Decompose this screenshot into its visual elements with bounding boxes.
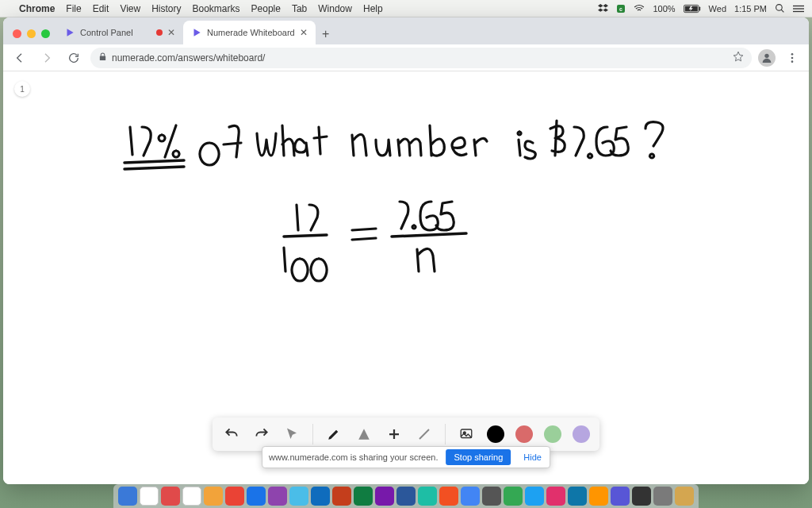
dock-app-icon[interactable] xyxy=(504,487,523,506)
menu-edit[interactable]: Edit xyxy=(93,3,109,14)
profile-avatar-icon[interactable] xyxy=(758,49,776,67)
forward-button[interactable] xyxy=(36,48,57,68)
menu-history[interactable]: History xyxy=(151,3,181,14)
tab-favicon xyxy=(191,27,202,38)
chrome-menu-icon[interactable] xyxy=(782,48,802,68)
svg-line-6 xyxy=(781,10,783,12)
dock-app-icon[interactable] xyxy=(482,487,501,506)
new-tab-button[interactable]: + xyxy=(316,24,336,44)
svg-point-11 xyxy=(791,53,794,56)
url-input[interactable]: numerade.com/answers/whiteboard/ xyxy=(90,48,752,68)
menu-people[interactable]: People xyxy=(251,3,281,14)
lock-icon xyxy=(98,52,107,64)
dock-app-icon[interactable] xyxy=(289,487,308,506)
add-tool-icon[interactable] xyxy=(385,425,404,444)
pointer-tool-icon[interactable] xyxy=(282,425,301,444)
menu-file[interactable]: File xyxy=(66,3,81,14)
window-controls xyxy=(10,29,56,44)
svg-point-12 xyxy=(791,56,794,59)
dock-app-icon[interactable] xyxy=(568,487,587,506)
dock-app-icon[interactable] xyxy=(204,487,223,506)
dock-app-icon[interactable] xyxy=(525,487,544,506)
dock-app-icon[interactable] xyxy=(140,487,159,506)
hide-share-bar-button[interactable]: Hide xyxy=(519,452,546,462)
app-menu[interactable]: Chrome xyxy=(19,3,55,14)
tab-title: Numerade Whiteboard xyxy=(207,28,295,37)
window-maximize-button[interactable] xyxy=(41,29,50,38)
color-swatch-black[interactable] xyxy=(487,425,504,443)
shape-tool-icon[interactable] xyxy=(354,425,373,444)
dock-app-icon[interactable] xyxy=(546,487,565,506)
dock-app-icon[interactable] xyxy=(375,487,394,506)
dock-app-icon[interactable] xyxy=(461,487,480,506)
menu-bar-left: Chrome File Edit View History Bookmarks … xyxy=(8,3,383,14)
color-swatch-red[interactable] xyxy=(515,425,533,443)
image-tool-icon[interactable] xyxy=(457,425,476,444)
dock-app-icon[interactable] xyxy=(311,487,330,506)
tab-close-icon[interactable]: ✕ xyxy=(300,27,308,38)
chrome-window: Control Panel ✕ Numerade Whiteboard ✕ + … xyxy=(3,17,809,484)
window-close-button[interactable] xyxy=(13,29,21,38)
tab-favicon xyxy=(64,27,75,38)
menu-bookmarks[interactable]: Bookmarks xyxy=(193,3,240,14)
dock-app-icon[interactable] xyxy=(247,487,266,506)
control-center-icon[interactable] xyxy=(793,4,804,13)
dock-app-icon[interactable] xyxy=(118,487,137,506)
battery-percent: 100% xyxy=(653,4,675,13)
svg-point-5 xyxy=(776,5,783,11)
back-button[interactable] xyxy=(10,48,30,68)
page-content: 1 xyxy=(3,71,809,484)
tab-title: Control Panel xyxy=(80,28,151,37)
clock-time: 1:15 PM xyxy=(734,4,767,13)
dock-app-icon[interactable] xyxy=(439,487,458,506)
tab-numerade-whiteboard[interactable]: Numerade Whiteboard ✕ xyxy=(183,21,316,44)
dock-app-icon[interactable] xyxy=(354,487,373,506)
bookmark-star-icon[interactable] xyxy=(733,51,744,64)
wifi-icon[interactable] xyxy=(634,3,645,14)
svg-text:c: c xyxy=(620,6,623,11)
menu-window[interactable]: Window xyxy=(318,3,352,14)
dock-app-icon[interactable] xyxy=(611,487,630,506)
dock-app-icon[interactable] xyxy=(632,487,651,506)
battery-icon[interactable] xyxy=(684,4,701,13)
menu-help[interactable]: Help xyxy=(363,3,383,14)
dropbox-status-icon[interactable] xyxy=(598,3,608,13)
screen-share-bar: www.numerade.com is sharing your screen.… xyxy=(262,446,550,468)
macos-menu-bar: Chrome File Edit View History Bookmarks … xyxy=(0,0,812,17)
clock-day: Wed xyxy=(709,4,726,13)
line-tool-icon[interactable] xyxy=(415,425,434,444)
dock-app-icon[interactable] xyxy=(418,487,437,506)
toolbar-separator xyxy=(312,424,313,444)
url-text: numerade.com/answers/whiteboard/ xyxy=(112,52,728,64)
address-bar: numerade.com/answers/whiteboard/ xyxy=(3,44,809,71)
spotlight-icon[interactable] xyxy=(775,3,785,13)
color-swatch-purple[interactable] xyxy=(573,425,590,443)
dock-app-icon[interactable] xyxy=(182,487,201,506)
dock-app-icon[interactable] xyxy=(589,487,608,506)
window-minimize-button[interactable] xyxy=(27,29,36,38)
share-message: www.numerade.com is sharing your screen. xyxy=(269,452,438,462)
tab-strip: Control Panel ✕ Numerade Whiteboard ✕ + xyxy=(3,17,809,44)
dock-app-icon[interactable] xyxy=(268,487,287,506)
menu-view[interactable]: View xyxy=(120,3,140,14)
app-status-icon[interactable]: c xyxy=(616,4,626,13)
dock-app-icon[interactable] xyxy=(675,487,694,506)
menu-bar-right: c 100% Wed 1:15 PM xyxy=(598,3,804,14)
tab-control-panel[interactable]: Control Panel ✕ xyxy=(56,21,183,44)
svg-point-13 xyxy=(791,60,794,63)
reload-button[interactable] xyxy=(63,48,84,68)
redo-button[interactable] xyxy=(252,425,271,444)
stop-sharing-button[interactable]: Stop sharing xyxy=(446,449,511,465)
svg-point-10 xyxy=(764,53,768,57)
dock-app-icon[interactable] xyxy=(332,487,351,506)
svg-rect-4 xyxy=(699,6,700,10)
color-swatch-green[interactable] xyxy=(544,425,561,443)
dock-app-icon[interactable] xyxy=(225,487,244,506)
dock-app-icon[interactable] xyxy=(396,487,416,506)
tab-close-icon[interactable]: ✕ xyxy=(167,27,175,38)
dock-app-icon[interactable] xyxy=(653,487,672,506)
pen-tool-icon[interactable] xyxy=(324,425,343,444)
dock-app-icon[interactable] xyxy=(161,487,180,506)
menu-tab[interactable]: Tab xyxy=(292,3,307,14)
undo-button[interactable] xyxy=(222,425,241,444)
